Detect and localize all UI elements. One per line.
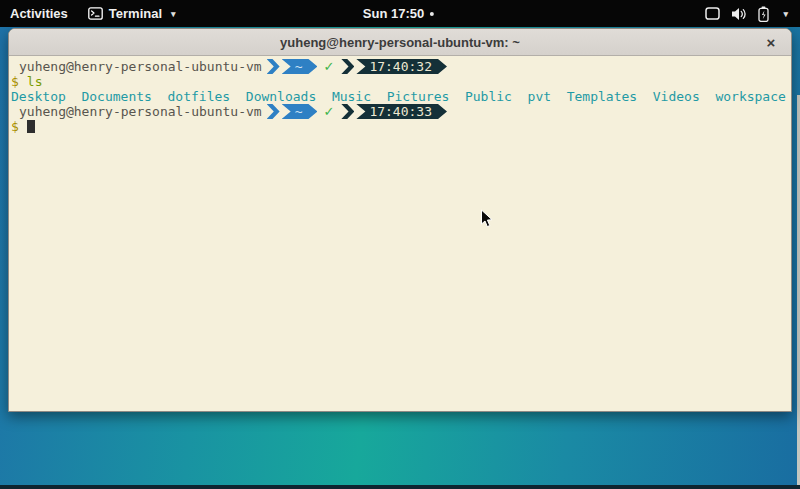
chevron-down-icon: ▾ (171, 9, 176, 19)
chevron-down-icon: ▾ (783, 9, 788, 19)
mouse-pointer-icon (480, 209, 494, 233)
terminal-cursor (27, 120, 35, 133)
terminal-app-icon (88, 7, 103, 20)
command-text: ls (27, 74, 43, 89)
ls-output-line: Desktop Documents dotfiles Downloads Mus… (11, 89, 791, 104)
desktop-screen: Activities Terminal ▾ Sun 17:50 (0, 0, 800, 489)
prompt-time-segment: 17:40:32 (356, 59, 447, 74)
prompt-symbol: $ (11, 74, 19, 89)
prompt-line-1: yuheng@henry-personal-ubuntu-vm ~ ✓ 17:4… (11, 59, 791, 74)
status-check-icon: ✓ (323, 104, 334, 119)
close-button[interactable]: × (760, 31, 782, 53)
system-status-area[interactable]: ▾ (699, 0, 794, 27)
prompt-line-2: yuheng@henry-personal-ubuntu-vm ~ ✓ 17:4… (11, 104, 791, 119)
app-menu-label: Terminal (109, 6, 162, 21)
prompt-cwd-segment: ~ (282, 104, 318, 119)
powerline-chevron-icon (341, 104, 354, 119)
powerline-chevron-icon (267, 104, 280, 119)
battery-charging-icon (758, 6, 769, 22)
notification-dot-icon (430, 12, 434, 16)
powerline-chevron-icon (267, 59, 280, 74)
screen-icon (705, 7, 720, 20)
input-line[interactable]: $ (11, 119, 791, 134)
command-line: $ls (11, 74, 791, 89)
prompt-user-host: yuheng@henry-personal-ubuntu-vm (19, 59, 262, 74)
volume-icon (731, 7, 747, 21)
prompt-user-host: yuheng@henry-personal-ubuntu-vm (19, 104, 262, 119)
clock-label: Sun 17:50 (363, 6, 424, 21)
top-bar: Activities Terminal ▾ Sun 17:50 (0, 0, 800, 27)
activities-button[interactable]: Activities (0, 0, 78, 27)
terminal-content[interactable]: yuheng@henry-personal-ubuntu-vm ~ ✓ 17:4… (9, 57, 791, 411)
status-check-icon: ✓ (323, 59, 334, 74)
prompt-cwd-segment: ~ (282, 59, 318, 74)
prompt-time-segment: 17:40:33 (356, 104, 447, 119)
window-title: yuheng@henry-personal-ubuntu-vm: ~ (280, 35, 520, 50)
screen-bottom-strip (0, 485, 800, 489)
prompt-symbol: $ (11, 119, 19, 134)
terminal-window: yuheng@henry-personal-ubuntu-vm: ~ × yuh… (8, 28, 792, 412)
powerline-chevron-icon (341, 59, 354, 74)
clock-button[interactable]: Sun 17:50 (363, 0, 434, 27)
app-menu-terminal[interactable]: Terminal ▾ (78, 0, 186, 27)
window-titlebar[interactable]: yuheng@henry-personal-ubuntu-vm: ~ × (9, 29, 791, 56)
